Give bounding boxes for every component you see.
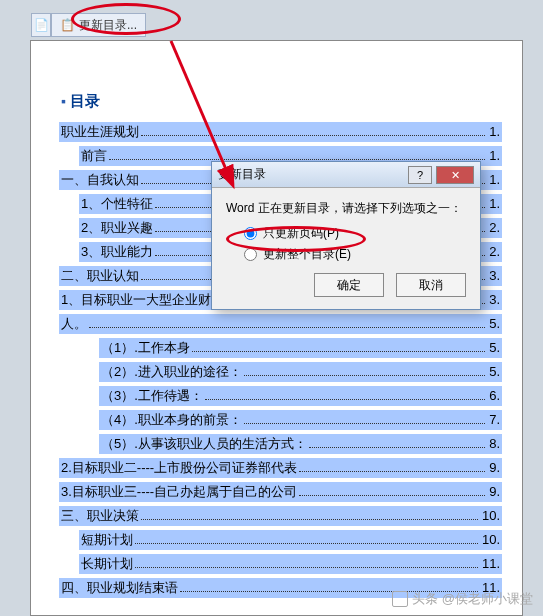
toc-entry-page: 3. (489, 292, 500, 307)
update-label: 更新目录... (79, 17, 137, 34)
toc-entry-page: 5. (489, 316, 500, 331)
toc-entry-page: 10. (482, 532, 500, 547)
toc-entry-text: 短期计划 (81, 531, 133, 549)
toc-entry-page: 1. (489, 124, 500, 139)
toc-entry-text: 3.目标职业三----自己办起属于自己的公司 (61, 483, 297, 501)
arrow-annotation (161, 31, 281, 211)
toc-entry-text: （1）.工作本身 (101, 339, 190, 357)
update-icon: 📋 (60, 18, 75, 32)
radio-all-label: 更新整个目录(E) (263, 246, 351, 263)
toc-entry-page: 6. (489, 388, 500, 403)
toc-entry-text: 1、个性特征 (81, 195, 153, 213)
toc-entry-page: 10. (482, 508, 500, 523)
document-page: 📄 📋 更新目录... ▪ 目录 职业生涯规划1.前言1.一、自我认知1.1、个… (30, 40, 523, 616)
toc-entry[interactable]: 3.目标职业三----自己办起属于自己的公司9. (59, 482, 502, 502)
help-button[interactable]: ? (408, 166, 432, 184)
toc-entry-text: 前言 (81, 147, 107, 165)
toc-entry-page: 8. (489, 436, 500, 451)
ok-button[interactable]: 确定 (314, 273, 384, 297)
toc-dots (89, 327, 485, 328)
radio-pages-label: 只更新页码(P) (263, 225, 339, 242)
tab-bar: 📄 📋 更新目录... (31, 13, 146, 37)
toc-entry-text: 2.目标职业二----上市股份公司证券部代表 (61, 459, 297, 477)
doc-icon: 📄 (34, 18, 49, 32)
toc-entry-text: 人。 (61, 315, 87, 333)
toc-entry[interactable]: （3）.工作待遇：6. (99, 386, 502, 406)
toc-entry-text: 长期计划 (81, 555, 133, 573)
toc-entry[interactable]: 三、职业决策10. (59, 506, 502, 526)
toc-entry-page: 1. (489, 196, 500, 211)
toc-entry-text: 职业生涯规划 (61, 123, 139, 141)
toc-entry-page: 1. (489, 172, 500, 187)
toc-entry-text: 一、自我认知 (61, 171, 139, 189)
toc-entry-text: 三、职业决策 (61, 507, 139, 525)
radio-all-input[interactable] (244, 248, 257, 261)
watermark-icon (392, 591, 408, 607)
anchor-icon: ▪ (61, 93, 66, 109)
toc-entry[interactable]: （5）.从事该职业人员的生活方式：8. (99, 434, 502, 454)
radio-update-all[interactable]: 更新整个目录(E) (244, 246, 466, 263)
toc-dots (299, 471, 485, 472)
toc-entry[interactable]: （2）.进入职业的途径：5. (99, 362, 502, 382)
toc-dots (299, 495, 485, 496)
toc-entry-page: 9. (489, 484, 500, 499)
toc-dots (244, 423, 485, 424)
toc-dots (141, 519, 478, 520)
update-toc-button[interactable]: 📋 更新目录... (51, 13, 146, 37)
toc-entry-text: 2、职业兴趣 (81, 219, 153, 237)
toc-entry-page: 3. (489, 268, 500, 283)
toc-entry-text: （2）.进入职业的途径： (101, 363, 242, 381)
toc-dots (135, 567, 478, 568)
close-button[interactable]: ✕ (436, 166, 474, 184)
toc-entry-page: 5. (489, 340, 500, 355)
toc-entry[interactable]: 2.目标职业二----上市股份公司证券部代表9. (59, 458, 502, 478)
toc-entry-page: 2. (489, 244, 500, 259)
toc-entry-text: （4）.职业本身的前景： (101, 411, 242, 429)
radio-pages-input[interactable] (244, 227, 257, 240)
toc-entry[interactable]: （4）.职业本身的前景：7. (99, 410, 502, 430)
toc-entry-text: （3）.工作待遇： (101, 387, 203, 405)
watermark-text: @侯老师小课堂 (442, 590, 533, 608)
toc-entry[interactable]: 短期计划10. (79, 530, 502, 550)
toc-entry-page: 1. (489, 148, 500, 163)
toc-dots (244, 375, 485, 376)
toc-entry-text: （5）.从事该职业人员的生活方式： (101, 435, 307, 453)
cancel-button[interactable]: 取消 (396, 273, 466, 297)
toc-entry-page: 5. (489, 364, 500, 379)
toc-dots (192, 351, 485, 352)
toc-entry-page: 7. (489, 412, 500, 427)
toc-entry-text: 四、职业规划结束语 (61, 579, 178, 597)
toc-entry-page: 9. (489, 460, 500, 475)
toc-entry-page: 2. (489, 220, 500, 235)
toc-entry-text: 二、职业认知 (61, 267, 139, 285)
toc-entry[interactable]: 长期计划11. (79, 554, 502, 574)
radio-update-pages[interactable]: 只更新页码(P) (244, 225, 466, 242)
toc-dots (309, 447, 485, 448)
toc-entry-text: 3、职业能力 (81, 243, 153, 261)
watermark-prefix: 头条 (412, 590, 438, 608)
toc-entry[interactable]: 人。5. (59, 314, 502, 334)
doc-icon-tab[interactable]: 📄 (31, 13, 51, 37)
watermark: 头条 @侯老师小课堂 (392, 590, 533, 608)
toc-entry-page: 11. (482, 556, 500, 571)
toc-entry[interactable]: （1）.工作本身5. (99, 338, 502, 358)
toc-dots (205, 399, 485, 400)
toc-dots (135, 543, 478, 544)
